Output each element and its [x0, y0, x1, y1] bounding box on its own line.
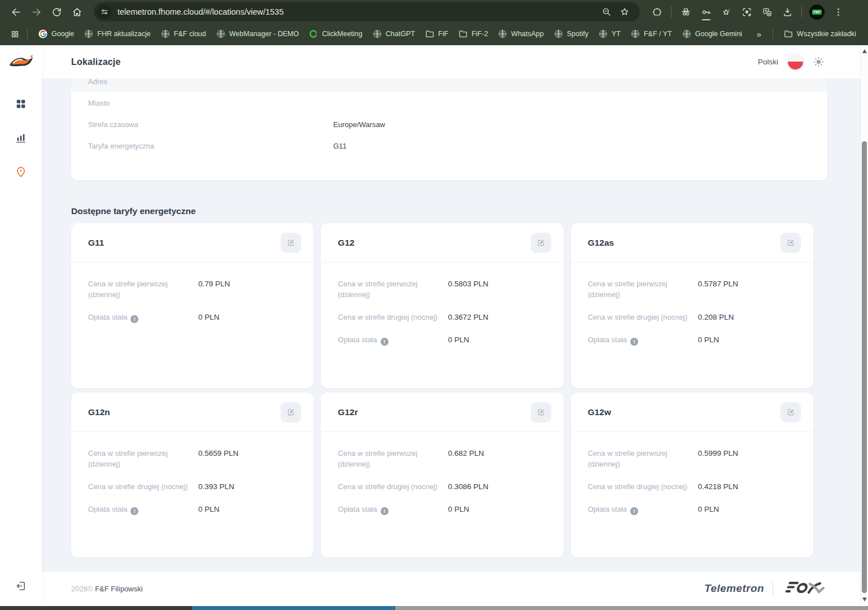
scrollbar-up-arrow[interactable] — [862, 49, 867, 53]
info-icon[interactable]: ! — [630, 338, 638, 346]
tariff-field-label: Cena w strefie pierwszej (dziennej)! — [338, 448, 448, 470]
copyright-year: 2026© — [71, 585, 93, 593]
edit-tariff-button[interactable] — [531, 402, 551, 422]
all-bookmarks-button[interactable]: Wszystkie zakładki — [779, 27, 861, 41]
tariffs-section-title: Dostępne taryfy energetyczne — [71, 206, 860, 216]
tariff-field-label: Opłata stała! — [338, 335, 448, 346]
bookmark-clickmeeting[interactable]: ClickMeeting — [304, 27, 368, 41]
details-row: Taryfa energetyczna G11 — [71, 135, 827, 156]
privacy-extension-icon[interactable] — [677, 3, 695, 21]
details-row: Strefa czasowa Europe/Warsaw — [71, 114, 827, 135]
toolbar-separator — [671, 6, 671, 18]
tariff-field-label: Cena w strefie pierwszej (dziennej)! — [588, 448, 698, 470]
poland-flag-icon[interactable] — [788, 54, 803, 69]
reload-icon[interactable] — [47, 3, 66, 21]
edit-tariff-button[interactable] — [281, 402, 301, 422]
logout-button[interactable] — [12, 577, 29, 594]
globe-favicon-icon — [554, 29, 563, 38]
bookmark-fif[interactable]: FiF — [420, 27, 453, 41]
bookmark-google-gemini[interactable]: Google Gemini — [677, 27, 747, 41]
back-icon[interactable] — [7, 3, 25, 21]
scrollbar-thumb[interactable] — [862, 141, 867, 593]
tariff-card-body: Cena w strefie pierwszej (dziennej)! 0.5… — [321, 263, 563, 358]
tariff-field-label: Opłata stała! — [88, 504, 198, 515]
tariff-field-value: 0 PLN — [448, 335, 469, 346]
brand-divider — [773, 581, 773, 596]
bookmark-yt[interactable]: YT — [594, 27, 626, 41]
tariff-field: Cena w strefie drugiej (nocnej)! 0.208 P… — [588, 312, 796, 323]
site-info-icon[interactable] — [97, 5, 112, 19]
url-text[interactable]: telemetron.fhome.cloud/#/locations/view/… — [117, 7, 596, 16]
tariff-card-header: G12r — [321, 393, 563, 432]
copyright-text: 2026© F&F Filipowski — [71, 585, 704, 593]
globe-favicon-icon — [161, 29, 170, 38]
screen-capture-extension-icon[interactable] — [738, 3, 756, 21]
bookmark-webmanager-demo[interactable]: WebManager - DEMO — [211, 27, 304, 41]
address-bar[interactable]: telemetron.fhome.cloud/#/locations/view/… — [94, 2, 640, 21]
tariff-card-body: Cena w strefie pierwszej (dziennej)! 0.5… — [71, 432, 313, 527]
sidebar-item-statistics[interactable] — [12, 129, 29, 146]
browser-menu-kebab-icon[interactable] — [829, 3, 847, 21]
edit-pencil-icon — [786, 408, 795, 417]
theme-sun-icon[interactable] — [813, 56, 825, 68]
info-icon[interactable]: ! — [381, 507, 389, 515]
avatar-label: F&F — [812, 10, 822, 15]
info-icon[interactable]: ! — [381, 338, 389, 346]
bookmark-star-icon[interactable] — [617, 5, 632, 19]
folder-icon — [784, 29, 793, 38]
extensions-puzzle-icon[interactable] — [648, 3, 666, 21]
apps-grid-icon[interactable] — [8, 27, 21, 41]
sidebar-item-dashboard[interactable] — [12, 95, 29, 112]
edit-tariff-button[interactable] — [531, 233, 551, 253]
zoom-out-icon[interactable] — [599, 5, 614, 19]
bookmark-chatgpt[interactable]: ChatGPT — [368, 27, 420, 41]
bookmark-fif-2[interactable]: FiF-2 — [453, 27, 493, 41]
tariff-field-label: Cena w strefie drugiej (nocnej)! — [588, 482, 698, 493]
tariff-field-label: Cena w strefie pierwszej (dziennej)! — [88, 448, 198, 470]
profile-avatar[interactable]: F&F — [809, 5, 825, 20]
bookmark-fhr-aktualizacje[interactable]: FHR aktualizacje — [79, 27, 155, 41]
info-icon[interactable]: ! — [630, 507, 638, 515]
tariff-field-value: 0 PLN — [198, 504, 220, 515]
sidebar-item-locations[interactable] — [12, 163, 29, 180]
sidebar-nav — [0, 95, 42, 180]
tariff-field-label: Cena w strefie drugiej (nocnej)! — [88, 482, 198, 493]
language-label[interactable]: Polski — [758, 58, 778, 66]
tariff-field-value: 0 PLN — [198, 312, 220, 323]
tariff-field: Opłata stała! 0 PLN — [88, 504, 296, 515]
location-details-card: Adres Miasto Strefa czasowa Europe/Warsa… — [71, 79, 827, 180]
info-icon[interactable]: ! — [130, 507, 138, 515]
content-scroll-area[interactable]: Adres Miasto Strefa czasowa Europe/Warsa… — [42, 79, 860, 572]
tariff-field-value: 0.79 PLN — [198, 279, 230, 300]
bookmark-google[interactable]: Google — [33, 27, 79, 41]
edit-tariff-button[interactable] — [281, 233, 301, 253]
globe-favicon-icon — [373, 29, 382, 38]
bookmark-spotify[interactable]: Spotify — [549, 27, 594, 41]
tariff-field-label: Cena w strefie drugiej (nocnej)! — [338, 312, 448, 323]
tariff-field: Cena w strefie drugiej (nocnej)! 0.4218 … — [588, 482, 796, 493]
bookmarks-separator — [773, 29, 773, 39]
globe-favicon-icon — [84, 29, 93, 38]
browser-toolbar: telemetron.fhome.cloud/#/locations/view/… — [0, 0, 868, 24]
bookmarks-overflow-chevron[interactable]: » — [751, 29, 767, 39]
page-scrollbar[interactable] — [860, 45, 868, 605]
details-row-value: Europe/Warsaw — [333, 120, 385, 129]
info-icon[interactable]: ! — [130, 315, 138, 323]
star-extension-icon[interactable] — [717, 3, 735, 21]
forward-icon[interactable] — [27, 3, 45, 21]
bookmark-f-f-cloud[interactable]: F&F cloud — [156, 27, 211, 41]
toolbar-separator — [801, 6, 802, 18]
translate-extension-icon[interactable] — [758, 3, 776, 21]
fox-logo[interactable] — [8, 54, 34, 73]
tariff-field-value: 0.4218 PLN — [698, 482, 738, 493]
bookmark-f-f-yt[interactable]: F&F / YT — [626, 27, 677, 41]
home-icon[interactable] — [68, 3, 86, 21]
tariff-name: G11 — [88, 238, 281, 248]
edit-tariff-button[interactable] — [780, 402, 801, 422]
bookmark-whatsapp[interactable]: WhatsApp — [493, 27, 549, 41]
password-key-extension-icon[interactable] — [697, 3, 715, 21]
download-icon[interactable] — [778, 3, 796, 21]
scrollbar-down-arrow[interactable] — [862, 598, 867, 602]
edit-tariff-button[interactable] — [780, 233, 801, 253]
bookmark-priv[interactable]: PRIV — [747, 27, 751, 41]
